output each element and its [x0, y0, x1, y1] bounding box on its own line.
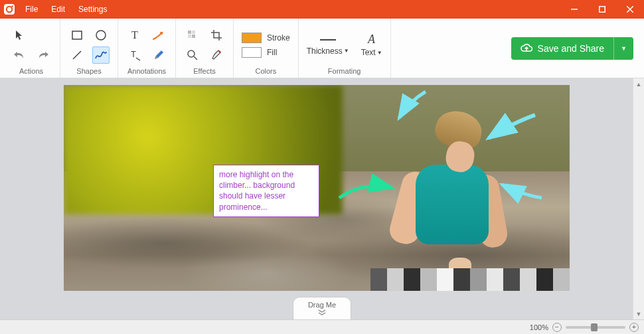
svg-rect-0 [4, 4, 15, 15]
pointer-tool[interactable] [11, 27, 28, 44]
menu-edit[interactable]: Edit [44, 0, 72, 19]
scroll-down-button[interactable]: ▼ [633, 308, 644, 319]
chevron-down-icon: ▼ [621, 45, 627, 52]
zoom-in-button[interactable]: + [629, 323, 639, 332]
svg-point-15 [188, 50, 195, 57]
pen-tool[interactable] [150, 46, 167, 64]
thickness-dropdown[interactable]: Thickness▼ [307, 35, 349, 56]
window-maximize-button[interactable] [588, 0, 616, 19]
group-colors-label: Colors [255, 67, 276, 76]
drag-handle-label: Drag Me [308, 301, 336, 309]
cloud-upload-icon [521, 44, 532, 53]
vertical-scrollbar[interactable]: ▲ ▼ [633, 78, 644, 319]
annotation-text: more highlight on the climber... backgro… [219, 170, 295, 212]
app-logo-icon [0, 0, 19, 19]
chevron-down-icon: ▼ [344, 48, 349, 54]
group-actions: Actions [3, 19, 60, 78]
svg-rect-14 [192, 35, 195, 38]
group-annotations: T T Annotations [118, 19, 176, 78]
svg-line-9 [73, 51, 81, 59]
svg-rect-4 [600, 7, 605, 13]
pixelate-region [370, 268, 570, 291]
text-format-label: Text [361, 48, 376, 57]
chevron-down-icon: ▼ [377, 50, 382, 56]
svg-rect-11 [188, 31, 191, 34]
save-button-label: Save and Share [538, 43, 604, 54]
group-formatting: Thickness▼ A Text▼ Formating [299, 19, 391, 78]
text-format-dropdown[interactable]: A Text▼ [361, 33, 382, 57]
callout-tool[interactable]: T [126, 46, 143, 64]
group-effects-label: Effects [193, 67, 215, 76]
svg-line-16 [194, 56, 197, 60]
crop-tool[interactable] [208, 27, 225, 44]
save-dropdown-button[interactable]: ▼ [613, 37, 633, 60]
undo-button[interactable] [11, 46, 28, 64]
svg-point-8 [96, 31, 106, 40]
window-close-button[interactable] [616, 0, 644, 19]
svg-point-2 [11, 5, 13, 7]
group-shapes: Shapes [60, 19, 118, 78]
group-actions-label: Actions [19, 67, 43, 76]
group-effects: Effects [176, 19, 234, 78]
zoom-percent: 100% [530, 323, 548, 331]
pixelate-tool[interactable] [184, 27, 201, 44]
group-colors: Stroke Fill Colors [234, 19, 299, 78]
fill-color-swatch[interactable] [242, 47, 262, 58]
text-tool[interactable]: T [126, 27, 143, 44]
canvas[interactable]: more highlight on the climber... backgro… [64, 85, 570, 291]
annotation-callout[interactable]: more highlight on the climber... backgro… [213, 165, 319, 217]
highlighter-tool[interactable] [208, 46, 225, 64]
ellipse-tool[interactable] [92, 27, 110, 44]
save-and-share-button[interactable]: Save and Share ▼ [511, 37, 633, 60]
redo-button[interactable] [35, 46, 52, 64]
svg-text:T: T [131, 49, 136, 59]
double-chevron-down-icon [317, 309, 327, 316]
svg-rect-13 [188, 35, 191, 38]
svg-rect-7 [72, 31, 82, 39]
magnifier-tool[interactable] [184, 46, 201, 64]
fill-label: Fill [267, 48, 277, 57]
stroke-color-swatch[interactable] [242, 33, 262, 43]
thickness-label: Thickness [307, 46, 343, 56]
curve-tool[interactable] [92, 46, 110, 64]
group-annotations-label: Annotations [127, 67, 166, 76]
arrow-tool[interactable] [150, 27, 167, 44]
drag-handle[interactable]: Drag Me [293, 297, 351, 319]
zoom-out-button[interactable]: − [552, 323, 562, 332]
group-shapes-label: Shapes [76, 67, 101, 76]
status-bar: 100% − + [0, 319, 644, 334]
window-minimize-button[interactable] [560, 0, 588, 19]
line-tool[interactable] [68, 46, 86, 64]
menu-settings[interactable]: Settings [72, 0, 114, 19]
svg-rect-12 [192, 31, 195, 34]
menu-file[interactable]: File [19, 0, 44, 19]
svg-point-17 [219, 50, 221, 52]
rectangle-tool[interactable] [68, 27, 86, 44]
stroke-label: Stroke [267, 33, 290, 42]
zoom-slider[interactable] [566, 326, 625, 329]
group-formatting-label: Formating [328, 67, 361, 76]
scroll-up-button[interactable]: ▲ [633, 78, 644, 90]
